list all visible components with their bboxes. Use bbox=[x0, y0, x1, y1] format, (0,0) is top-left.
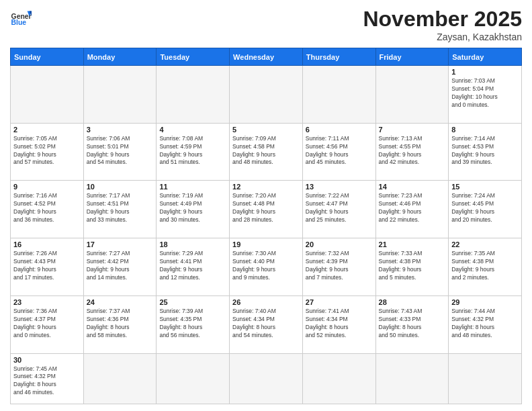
empty-cell bbox=[375, 66, 449, 124]
day-number: 14 bbox=[379, 183, 446, 191]
day-cell: 11 Sunrise: 7:19 AM Sunset: 4:49 PM Dayl… bbox=[157, 181, 230, 238]
day-number: 1 bbox=[451, 68, 519, 76]
logo: General Blue bbox=[10, 7, 32, 28]
day-cell: 19 Sunrise: 7:30 AM Sunset: 4:40 PM Dayl… bbox=[230, 238, 303, 296]
day-cell: 20 Sunrise: 7:32 AM Sunset: 4:39 PM Dayl… bbox=[302, 238, 375, 296]
day-cell: 15 Sunrise: 7:24 AM Sunset: 4:45 PM Dayl… bbox=[449, 181, 522, 238]
day-cell: 12 Sunrise: 7:20 AM Sunset: 4:48 PM Dayl… bbox=[230, 181, 303, 238]
day-number: 8 bbox=[451, 126, 519, 134]
day-number: 10 bbox=[87, 183, 154, 191]
empty-cell bbox=[375, 353, 449, 404]
day-info: Sunrise: 7:14 AM Sunset: 4:53 PM Dayligh… bbox=[451, 135, 519, 167]
day-info: Sunrise: 7:27 AM Sunset: 4:42 PM Dayligh… bbox=[87, 250, 154, 282]
day-number: 22 bbox=[451, 240, 519, 248]
empty-cell bbox=[230, 353, 303, 404]
day-number: 16 bbox=[13, 240, 81, 248]
day-info: Sunrise: 7:06 AM Sunset: 5:01 PM Dayligh… bbox=[87, 135, 154, 167]
day-cell: 3 Sunrise: 7:06 AM Sunset: 5:01 PM Dayli… bbox=[83, 123, 157, 181]
day-number: 24 bbox=[87, 298, 154, 306]
day-number: 15 bbox=[451, 183, 519, 191]
day-number: 21 bbox=[379, 240, 446, 248]
day-info: Sunrise: 7:35 AM Sunset: 4:38 PM Dayligh… bbox=[451, 250, 519, 282]
day-cell: 22 Sunrise: 7:35 AM Sunset: 4:38 PM Dayl… bbox=[449, 238, 522, 296]
day-info: Sunrise: 7:23 AM Sunset: 4:46 PM Dayligh… bbox=[379, 192, 446, 224]
empty-cell bbox=[449, 353, 522, 404]
day-cell: 17 Sunrise: 7:27 AM Sunset: 4:42 PM Dayl… bbox=[83, 238, 157, 296]
day-number: 18 bbox=[159, 240, 226, 248]
location: Zaysan, Kazakhstan bbox=[363, 32, 522, 42]
day-number: 25 bbox=[159, 298, 226, 306]
day-number: 4 bbox=[159, 126, 226, 134]
day-number: 30 bbox=[13, 356, 81, 364]
col-sunday: Sunday bbox=[11, 48, 84, 66]
empty-cell bbox=[11, 66, 84, 124]
day-cell: 2 Sunrise: 7:05 AM Sunset: 5:02 PM Dayli… bbox=[11, 123, 84, 181]
empty-cell bbox=[83, 353, 157, 404]
month-title: November 2025 bbox=[363, 7, 522, 32]
day-number: 27 bbox=[306, 298, 373, 306]
day-number: 9 bbox=[13, 183, 81, 191]
day-cell: 5 Sunrise: 7:09 AM Sunset: 4:58 PM Dayli… bbox=[230, 123, 303, 181]
day-cell: 26 Sunrise: 7:40 AM Sunset: 4:34 PM Dayl… bbox=[230, 295, 303, 353]
day-info: Sunrise: 7:08 AM Sunset: 4:59 PM Dayligh… bbox=[159, 135, 226, 167]
day-info: Sunrise: 7:26 AM Sunset: 4:43 PM Dayligh… bbox=[13, 250, 81, 282]
empty-cell bbox=[230, 66, 303, 124]
day-info: Sunrise: 7:43 AM Sunset: 4:33 PM Dayligh… bbox=[379, 308, 446, 340]
day-cell: 10 Sunrise: 7:17 AM Sunset: 4:51 PM Dayl… bbox=[83, 181, 157, 238]
day-info: Sunrise: 7:41 AM Sunset: 4:34 PM Dayligh… bbox=[306, 308, 373, 340]
calendar-table: Sunday Monday Tuesday Wednesday Thursday… bbox=[10, 48, 522, 404]
day-cell: 29 Sunrise: 7:44 AM Sunset: 4:32 PM Dayl… bbox=[449, 295, 522, 353]
day-info: Sunrise: 7:13 AM Sunset: 4:55 PM Dayligh… bbox=[379, 135, 446, 167]
day-number: 23 bbox=[13, 298, 81, 306]
day-info: Sunrise: 7:36 AM Sunset: 4:37 PM Dayligh… bbox=[13, 308, 81, 340]
day-info: Sunrise: 7:44 AM Sunset: 4:32 PM Dayligh… bbox=[451, 308, 519, 340]
day-number: 5 bbox=[232, 126, 300, 134]
col-monday: Monday bbox=[83, 48, 157, 66]
day-cell: 4 Sunrise: 7:08 AM Sunset: 4:59 PM Dayli… bbox=[157, 123, 230, 181]
day-info: Sunrise: 7:39 AM Sunset: 4:35 PM Dayligh… bbox=[159, 308, 226, 340]
day-info: Sunrise: 7:19 AM Sunset: 4:49 PM Dayligh… bbox=[159, 192, 226, 224]
empty-cell bbox=[83, 66, 157, 124]
empty-cell bbox=[157, 66, 230, 124]
col-tuesday: Tuesday bbox=[157, 48, 230, 66]
day-info: Sunrise: 7:16 AM Sunset: 4:52 PM Dayligh… bbox=[13, 192, 81, 224]
svg-text:Blue: Blue bbox=[11, 19, 27, 26]
day-number: 12 bbox=[232, 183, 300, 191]
day-info: Sunrise: 7:45 AM Sunset: 4:32 PM Dayligh… bbox=[13, 365, 81, 398]
day-cell: 23 Sunrise: 7:36 AM Sunset: 4:37 PM Dayl… bbox=[11, 295, 84, 353]
day-number: 19 bbox=[232, 240, 300, 248]
col-wednesday: Wednesday bbox=[230, 48, 303, 66]
day-cell: 7 Sunrise: 7:13 AM Sunset: 4:55 PM Dayli… bbox=[375, 123, 449, 181]
day-number: 11 bbox=[159, 183, 226, 191]
col-saturday: Saturday bbox=[449, 48, 522, 66]
day-info: Sunrise: 7:22 AM Sunset: 4:47 PM Dayligh… bbox=[306, 192, 373, 224]
day-number: 20 bbox=[306, 240, 373, 248]
day-info: Sunrise: 7:33 AM Sunset: 4:38 PM Dayligh… bbox=[379, 250, 446, 282]
day-number: 3 bbox=[87, 126, 154, 134]
day-cell: 8 Sunrise: 7:14 AM Sunset: 4:53 PM Dayli… bbox=[449, 123, 522, 181]
day-cell: 28 Sunrise: 7:43 AM Sunset: 4:33 PM Dayl… bbox=[375, 295, 449, 353]
day-info: Sunrise: 7:30 AM Sunset: 4:40 PM Dayligh… bbox=[232, 250, 300, 282]
day-cell: 21 Sunrise: 7:33 AM Sunset: 4:38 PM Dayl… bbox=[375, 238, 449, 296]
day-number: 17 bbox=[87, 240, 154, 248]
day-info: Sunrise: 7:03 AM Sunset: 5:04 PM Dayligh… bbox=[451, 77, 519, 109]
col-friday: Friday bbox=[375, 48, 449, 66]
day-cell: 9 Sunrise: 7:16 AM Sunset: 4:52 PM Dayli… bbox=[11, 181, 84, 238]
col-thursday: Thursday bbox=[302, 48, 375, 66]
day-info: Sunrise: 7:05 AM Sunset: 5:02 PM Dayligh… bbox=[13, 135, 81, 167]
day-cell: 27 Sunrise: 7:41 AM Sunset: 4:34 PM Dayl… bbox=[302, 295, 375, 353]
day-cell: 18 Sunrise: 7:29 AM Sunset: 4:41 PM Dayl… bbox=[157, 238, 230, 296]
empty-cell bbox=[302, 353, 375, 404]
day-number: 2 bbox=[13, 126, 81, 134]
logo-icon: General Blue bbox=[10, 7, 32, 28]
day-cell: 6 Sunrise: 7:11 AM Sunset: 4:56 PM Dayli… bbox=[302, 123, 375, 181]
day-cell: 1 Sunrise: 7:03 AM Sunset: 5:04 PM Dayli… bbox=[449, 66, 522, 124]
day-cell: 16 Sunrise: 7:26 AM Sunset: 4:43 PM Dayl… bbox=[11, 238, 84, 296]
day-info: Sunrise: 7:09 AM Sunset: 4:58 PM Dayligh… bbox=[232, 135, 300, 167]
day-info: Sunrise: 7:20 AM Sunset: 4:48 PM Dayligh… bbox=[232, 192, 300, 224]
day-number: 13 bbox=[306, 183, 373, 191]
day-info: Sunrise: 7:11 AM Sunset: 4:56 PM Dayligh… bbox=[306, 135, 373, 167]
day-number: 7 bbox=[379, 126, 446, 134]
day-number: 6 bbox=[306, 126, 373, 134]
title-block: November 2025 Zaysan, Kazakhstan bbox=[363, 7, 522, 42]
